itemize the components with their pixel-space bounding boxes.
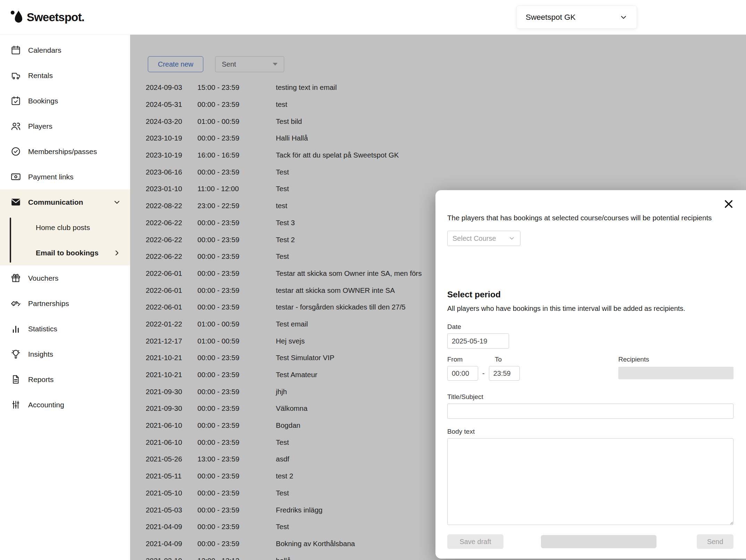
people-icon — [10, 121, 21, 131]
time-range-dash: - — [482, 370, 485, 377]
recipients-label: Recipients — [618, 356, 734, 363]
sidebar-item-label: Players — [28, 122, 52, 130]
sidebar: CalendarsRentalsBookingsPlayersMembershi… — [0, 35, 130, 560]
sidebar-item-label: Accounting — [28, 401, 64, 409]
report-icon — [10, 374, 21, 385]
sidebar-item-label: Partnerships — [28, 299, 69, 308]
sidebar-subitem-label: Email to bookings — [36, 249, 99, 257]
sidebar-item-label: Rentals — [28, 71, 53, 80]
sidebar-item-label: Reports — [28, 375, 54, 384]
body-text-textarea[interactable] — [447, 438, 734, 525]
envelope-icon — [10, 197, 21, 207]
badge-check-icon — [10, 146, 21, 157]
body-text-label: Body text — [447, 428, 734, 435]
handshake-icon — [10, 298, 21, 309]
sidebar-item-communication[interactable]: Communication — [0, 189, 130, 215]
email-compose-modal: The players that has bookings at selecte… — [435, 190, 746, 559]
logo-text: Sweetspot. — [27, 11, 84, 24]
sidebar-item-payment-links[interactable]: Payment links — [0, 164, 130, 189]
sweetspot-logo: Sweetspot. — [9, 9, 84, 25]
sidebar-item-label: Payment links — [28, 173, 74, 181]
sidebar-item-bookings[interactable]: Bookings — [0, 88, 130, 113]
communication-submenu: Home club postsEmail to bookings — [0, 215, 130, 265]
recipients-note: The players that has bookings at selecte… — [447, 214, 734, 222]
sliders-icon — [10, 399, 21, 410]
sidebar-item-statistics[interactable]: Statistics — [0, 316, 130, 341]
footer-middle-button[interactable] — [541, 535, 656, 548]
title-subject-label: Title/Subject — [447, 393, 734, 401]
chevron-down-icon — [619, 13, 628, 22]
modal-footer: Save draft Send — [447, 534, 734, 549]
lightbulb-icon — [10, 349, 21, 359]
sidebar-item-label: Memberships/passes — [28, 147, 97, 156]
time-recipients-row: From To - Recipients — [447, 356, 734, 381]
sidebar-nav: CalendarsRentalsBookingsPlayersMembershi… — [0, 37, 130, 417]
course-select-placeholder: Select Course — [452, 235, 496, 243]
club-selector[interactable]: Sweetspot GK — [516, 6, 637, 29]
sidebar-item-label: Statistics — [28, 325, 57, 333]
sidebar-item-label: Vouchers — [28, 274, 59, 282]
select-period-help: All players who have bookings in this ti… — [447, 305, 734, 313]
time-column: From To - — [447, 356, 520, 381]
sidebar-item-insights[interactable]: Insights — [0, 341, 130, 367]
sidebar-item-reports[interactable]: Reports — [0, 367, 130, 392]
sweetspot-logo-icon — [9, 9, 23, 25]
sidebar-item-rentals[interactable]: Rentals — [0, 63, 130, 88]
select-period-title: Select period — [447, 290, 734, 299]
cart-icon — [10, 70, 21, 81]
sidebar-item-accounting[interactable]: Accounting — [0, 392, 130, 417]
sidebar-item-vouchers[interactable]: Vouchers — [0, 265, 130, 291]
sidebar-subitem-home-club-posts[interactable]: Home club posts — [0, 215, 130, 240]
title-subject-input[interactable] — [447, 404, 734, 419]
payment-card-icon — [10, 171, 21, 182]
close-button[interactable] — [722, 198, 735, 210]
sidebar-item-label: Calendars — [28, 46, 61, 54]
sidebar-subitem-label: Home club posts — [36, 223, 90, 232]
from-label: From — [447, 356, 495, 363]
from-time-input[interactable] — [447, 366, 478, 381]
gift-icon — [10, 273, 21, 283]
sidebar-item-memberships-passes[interactable]: Memberships/passes — [0, 139, 130, 164]
recipients-field[interactable] — [618, 367, 734, 379]
chevron-down-icon — [508, 235, 515, 242]
close-icon — [723, 198, 734, 210]
date-label: Date — [447, 323, 734, 331]
sidebar-item-label: Insights — [28, 350, 53, 358]
calendar-icon — [10, 45, 21, 56]
club-selector-value: Sweetspot GK — [526, 13, 576, 22]
date-input[interactable] — [447, 333, 509, 349]
app-root: Sweetspot. Sweetspot GK CalendarsRentals… — [0, 0, 746, 560]
bar-chart-icon — [10, 323, 21, 334]
course-select[interactable]: Select Course — [447, 231, 520, 246]
calendar-check-icon — [10, 95, 21, 106]
sidebar-item-calendars[interactable]: Calendars — [0, 37, 130, 63]
sidebar-item-players[interactable]: Players — [0, 113, 130, 139]
recipients-column: Recipients — [618, 356, 734, 381]
sidebar-item-label: Communication — [28, 198, 83, 206]
top-bar: Sweetspot. Sweetspot GK — [0, 0, 746, 35]
to-label: To — [495, 356, 502, 363]
sidebar-item-label: Bookings — [28, 97, 58, 105]
sidebar-item-partnerships[interactable]: Partnerships — [0, 291, 130, 316]
chevron-right-icon — [113, 249, 121, 257]
chevron-down-icon — [113, 198, 121, 206]
sidebar-subitem-email-to-bookings[interactable]: Email to bookings — [0, 240, 130, 265]
send-button[interactable]: Send — [697, 534, 734, 549]
save-draft-button[interactable]: Save draft — [447, 534, 503, 549]
to-time-input[interactable] — [489, 366, 520, 381]
main-content: Create new Sent 2024-09-0315:00 - 23:59t… — [130, 35, 746, 560]
